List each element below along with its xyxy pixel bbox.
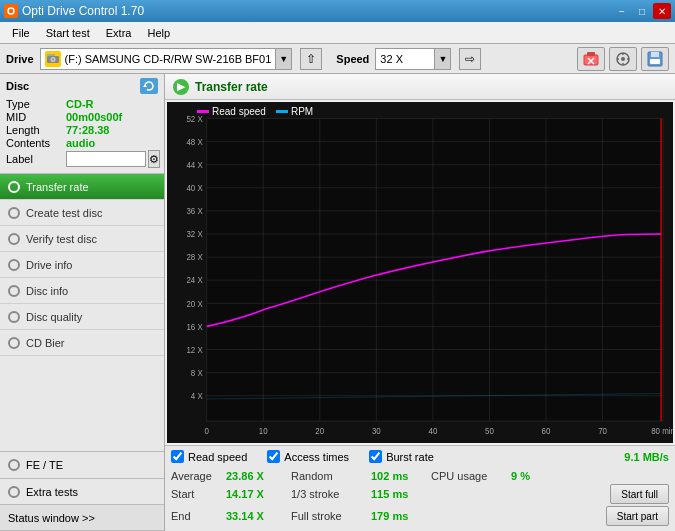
- disc-refresh-button[interactable]: [140, 78, 158, 94]
- speed-select[interactable]: 32 X: [375, 48, 435, 70]
- stroke13-label: 1/3 stroke: [291, 488, 361, 500]
- disc-panel-header: Disc: [6, 78, 158, 94]
- content-header-title: Transfer rate: [195, 80, 268, 94]
- menu-file[interactable]: File: [4, 25, 38, 41]
- disc-contents-label: Contents: [6, 137, 66, 149]
- drive-select[interactable]: (F:) SAMSUNG CD-R/RW SW-216B BF01: [40, 48, 277, 70]
- chart-legend: Read speed RPM: [197, 106, 313, 117]
- legend-read-speed-color: [197, 110, 209, 113]
- title-bar-left: Opti Drive Control 1.70: [4, 4, 144, 18]
- svg-marker-19: [143, 85, 147, 88]
- checkbox-burst-rate-input[interactable]: [369, 450, 382, 463]
- erase-button[interactable]: [577, 47, 605, 71]
- status-window-button[interactable]: Status window >>: [0, 505, 164, 531]
- start-part-button[interactable]: Start part: [606, 506, 669, 526]
- nav-icon-transfer-rate: [8, 181, 20, 193]
- nav-item-disc-info[interactable]: Disc info: [0, 278, 164, 304]
- random-value: 102 ms: [371, 470, 421, 482]
- save-button[interactable]: [641, 47, 669, 71]
- window-title: Opti Drive Control 1.70: [22, 4, 144, 18]
- disc-label-row: Label ⚙: [6, 150, 158, 168]
- nav-label-extra-tests: Extra tests: [26, 486, 78, 498]
- disc-panel-title: Disc: [6, 80, 29, 92]
- checkbox-burst-rate-label: Burst rate: [386, 451, 434, 463]
- checkbox-access-times[interactable]: Access times: [267, 450, 349, 463]
- speed-apply-button[interactable]: ⇨: [459, 48, 481, 70]
- legend-rpm: RPM: [276, 106, 313, 117]
- svg-text:16 X: 16 X: [186, 321, 203, 332]
- nav-item-disc-quality[interactable]: Disc quality: [0, 304, 164, 330]
- average-value: 23.86 X: [226, 470, 281, 482]
- drive-dropdown-button[interactable]: ▼: [276, 48, 292, 70]
- speed-value: 32 X: [380, 53, 403, 65]
- nav-label-create-test-disc: Create test disc: [26, 207, 102, 219]
- app-icon: [4, 4, 18, 18]
- drive-refresh-button[interactable]: ⇧: [300, 48, 322, 70]
- nav-label-transfer-rate: Transfer rate: [26, 181, 89, 193]
- legend-rpm-color: [276, 110, 288, 113]
- nav-item-create-test-disc[interactable]: Create test disc: [0, 200, 164, 226]
- checkbox-read-speed-label: Read speed: [188, 451, 247, 463]
- disc-contents-row: Contents audio: [6, 137, 158, 149]
- nav-items: Transfer rate Create test disc Verify te…: [0, 174, 164, 356]
- svg-text:32 X: 32 X: [186, 229, 203, 240]
- checkbox-burst-rate[interactable]: Burst rate: [369, 450, 434, 463]
- checkbox-access-times-input[interactable]: [267, 450, 280, 463]
- svg-text:24 X: 24 X: [186, 275, 203, 286]
- svg-text:20 X: 20 X: [186, 298, 203, 309]
- checkbox-read-speed[interactable]: Read speed: [171, 450, 247, 463]
- cpu-usage-label: CPU usage: [431, 470, 501, 482]
- stroke13-value: 115 ms: [371, 488, 421, 500]
- menu-extra[interactable]: Extra: [98, 25, 140, 41]
- nav-item-verify-test-disc[interactable]: Verify test disc: [0, 226, 164, 252]
- settings-button[interactable]: [609, 47, 637, 71]
- disc-label-input[interactable]: [66, 151, 146, 167]
- disc-contents-value: audio: [66, 137, 95, 149]
- content-header: ▶ Transfer rate: [165, 74, 675, 100]
- svg-text:4 X: 4 X: [191, 391, 203, 402]
- disc-mid-value: 00m00s00f: [66, 111, 122, 123]
- chart-container: Read speed RPM: [167, 102, 673, 443]
- chart-svg: 52 X 48 X 44 X 40 X 36 X 32 X 28 X 24 X …: [167, 102, 673, 443]
- legend-rpm-label: RPM: [291, 106, 313, 117]
- nav-icon-extra-tests: [8, 486, 20, 498]
- legend-read-speed: Read speed: [197, 106, 266, 117]
- svg-text:36 X: 36 X: [186, 206, 203, 217]
- nav-icon-verify-test-disc: [8, 233, 20, 245]
- svg-text:10: 10: [259, 426, 268, 437]
- status-window-label: Status window >>: [8, 512, 95, 524]
- menu-help[interactable]: Help: [139, 25, 178, 41]
- drive-label: Drive: [6, 53, 34, 65]
- drive-bar: Drive (F:) SAMSUNG CD-R/RW SW-216B BF01 …: [0, 44, 675, 74]
- checkbox-read-speed-input[interactable]: [171, 450, 184, 463]
- full-stroke-value: 179 ms: [371, 510, 421, 522]
- disc-mid-row: MID 00m00s00f: [6, 111, 158, 123]
- drive-value: (F:) SAMSUNG CD-R/RW SW-216B BF01: [65, 53, 272, 65]
- start-full-button[interactable]: Start full: [610, 484, 669, 504]
- stats-row-3: End 33.14 X Full stroke 179 ms Start par…: [171, 506, 669, 526]
- disc-panel: Disc Type CD-R MID 00m00s00f Length 77:2…: [0, 74, 164, 174]
- nav-item-transfer-rate[interactable]: Transfer rate: [0, 174, 164, 200]
- disc-label-label: Label: [6, 153, 66, 165]
- svg-text:40 X: 40 X: [186, 183, 203, 194]
- nav-label-disc-info: Disc info: [26, 285, 68, 297]
- random-label: Random: [291, 470, 361, 482]
- nav-item-fe-te[interactable]: FE / TE: [0, 451, 164, 479]
- disc-type-row: Type CD-R: [6, 98, 158, 110]
- nav-icon-disc-info: [8, 285, 20, 297]
- stats-area: Average 23.86 X Random 102 ms CPU usage …: [165, 467, 675, 531]
- speed-label: Speed: [336, 53, 369, 65]
- stats-row-1: Average 23.86 X Random 102 ms CPU usage …: [171, 470, 669, 482]
- nav-item-drive-info[interactable]: Drive info: [0, 252, 164, 278]
- menu-start-test[interactable]: Start test: [38, 25, 98, 41]
- nav-label-cd-bier: CD Bier: [26, 337, 65, 349]
- nav-item-extra-tests[interactable]: Extra tests: [0, 479, 164, 505]
- speed-dropdown-button[interactable]: ▼: [435, 48, 451, 70]
- disc-label-button[interactable]: ⚙: [148, 150, 160, 168]
- minimize-button[interactable]: −: [613, 3, 631, 19]
- nav-item-cd-bier[interactable]: CD Bier: [0, 330, 164, 356]
- close-button[interactable]: ✕: [653, 3, 671, 19]
- maximize-button[interactable]: □: [633, 3, 651, 19]
- svg-rect-5: [47, 54, 55, 56]
- svg-text:30: 30: [372, 426, 381, 437]
